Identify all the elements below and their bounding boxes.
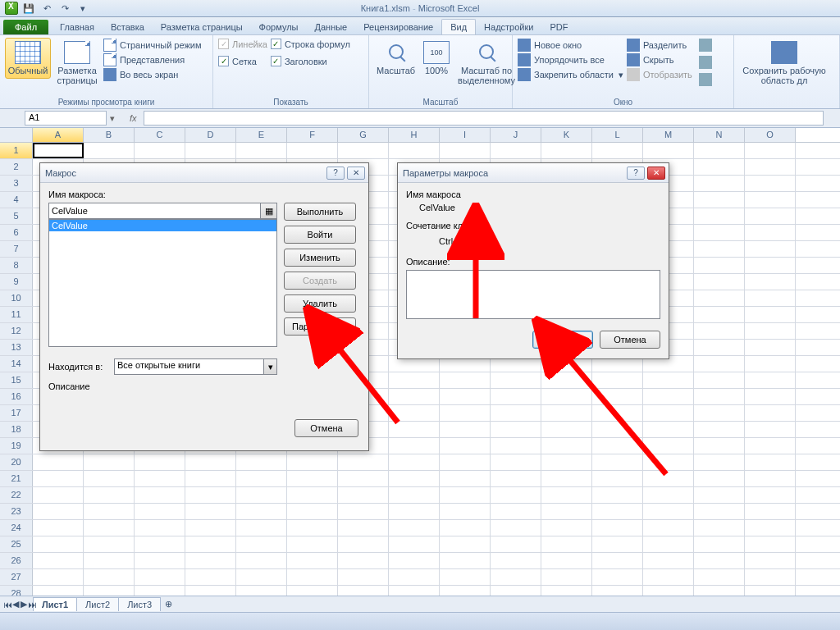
cell[interactable]	[694, 323, 745, 339]
cell[interactable]	[389, 454, 440, 470]
cell[interactable]	[541, 504, 592, 519]
cell[interactable]	[694, 340, 745, 355]
cell[interactable]	[491, 389, 541, 404]
column-header[interactable]: B	[84, 128, 135, 142]
row-header[interactable]: 2	[0, 159, 33, 175]
zoom-selection-button[interactable]: Масштаб по выделенному	[455, 38, 518, 89]
cell[interactable]	[745, 487, 796, 503]
cell[interactable]	[185, 586, 236, 596]
cell[interactable]	[694, 536, 745, 552]
help-button[interactable]: ?	[627, 167, 645, 180]
cell[interactable]	[592, 389, 643, 404]
cell[interactable]	[338, 520, 389, 536]
cell[interactable]	[135, 536, 185, 552]
cell[interactable]	[694, 372, 745, 388]
cell[interactable]	[84, 487, 135, 503]
cell[interactable]	[491, 454, 541, 470]
cell[interactable]	[389, 405, 440, 421]
check-formula-bar[interactable]: ✓Строка формул	[271, 39, 350, 49]
cell[interactable]	[338, 536, 389, 552]
cell[interactable]	[389, 569, 440, 585]
cell[interactable]	[491, 372, 541, 388]
row-header[interactable]: 16	[0, 389, 33, 404]
cell[interactable]	[592, 487, 643, 503]
cell[interactable]	[185, 520, 236, 536]
view-page-layout-button[interactable]: Разметка страницы	[54, 38, 100, 89]
cell[interactable]	[694, 241, 745, 257]
cell[interactable]	[287, 520, 338, 536]
row-header[interactable]: 18	[0, 422, 33, 437]
cell[interactable]	[236, 586, 287, 596]
cell[interactable]	[389, 487, 440, 503]
params-cancel-button[interactable]: Отмена	[600, 331, 660, 349]
win-opt-3[interactable]	[699, 73, 712, 86]
cell[interactable]	[643, 454, 694, 470]
tab-pdf[interactable]: PDF	[541, 20, 576, 34]
cell[interactable]	[643, 536, 694, 552]
cancel-button[interactable]: Отмена	[294, 419, 358, 437]
cell[interactable]	[745, 290, 796, 306]
cell[interactable]	[389, 520, 440, 536]
select-all-corner[interactable]	[0, 128, 33, 142]
cell[interactable]	[389, 372, 440, 388]
edit-button[interactable]: Изменить	[284, 249, 356, 267]
cell[interactable]	[84, 536, 135, 552]
cell[interactable]	[338, 487, 389, 503]
check-ruler[interactable]: ✓Линейка	[218, 39, 267, 49]
cell[interactable]	[745, 536, 796, 552]
cell[interactable]	[440, 553, 491, 568]
cell[interactable]	[694, 307, 745, 322]
macro-name-input[interactable]	[48, 203, 261, 219]
row-header[interactable]: 26	[0, 553, 33, 568]
cell[interactable]	[745, 454, 796, 470]
cell[interactable]	[745, 569, 796, 585]
cell[interactable]	[338, 586, 389, 596]
cell[interactable]	[592, 471, 643, 486]
cell[interactable]	[694, 438, 745, 454]
cell[interactable]	[389, 586, 440, 596]
cell[interactable]	[491, 520, 541, 536]
column-header[interactable]: O	[745, 128, 796, 142]
cell[interactable]	[643, 143, 694, 158]
sheet-nav-prev[interactable]: ◀	[11, 599, 20, 610]
row-header[interactable]: 24	[0, 520, 33, 536]
cell[interactable]	[491, 553, 541, 568]
column-header[interactable]: D	[185, 128, 236, 142]
cell[interactable]	[745, 258, 796, 273]
cell[interactable]	[287, 454, 338, 470]
sheet-nav-last[interactable]: ⏭	[28, 599, 36, 610]
column-header[interactable]: K	[541, 128, 592, 142]
cell[interactable]	[745, 143, 796, 158]
cell[interactable]	[643, 405, 694, 421]
cell[interactable]	[84, 504, 135, 519]
macro-listbox[interactable]: CelValue	[48, 219, 277, 347]
cell[interactable]	[236, 454, 287, 470]
cell[interactable]	[541, 520, 592, 536]
cell[interactable]	[643, 553, 694, 568]
zoom-100-button[interactable]: 100100%	[421, 38, 452, 79]
cell[interactable]	[389, 389, 440, 404]
cell[interactable]	[694, 208, 745, 224]
cell[interactable]	[592, 504, 643, 519]
cell[interactable]	[643, 422, 694, 437]
row-header[interactable]: 28	[0, 586, 33, 596]
hide-button[interactable]: Скрыть	[627, 53, 692, 66]
row-header[interactable]: 13	[0, 340, 33, 355]
cell[interactable]	[135, 586, 185, 596]
cell[interactable]	[236, 471, 287, 486]
create-button[interactable]: Создать	[284, 272, 356, 290]
cell[interactable]	[287, 586, 338, 596]
cell[interactable]	[491, 569, 541, 585]
row-header[interactable]: 5	[0, 208, 33, 224]
macro-list-item[interactable]: CelValue	[49, 220, 276, 231]
cell[interactable]	[541, 422, 592, 437]
view-normal-button[interactable]: Обычный	[5, 38, 51, 79]
cell[interactable]	[592, 569, 643, 585]
cell[interactable]	[440, 504, 491, 519]
cell[interactable]	[694, 553, 745, 568]
unhide-button[interactable]: Отобразить	[627, 68, 692, 81]
view-fullscreen-button[interactable]: Во весь экран	[103, 68, 202, 81]
cell[interactable]	[643, 438, 694, 454]
view-custom-button[interactable]: Представления	[103, 53, 202, 66]
cell[interactable]	[694, 422, 745, 437]
